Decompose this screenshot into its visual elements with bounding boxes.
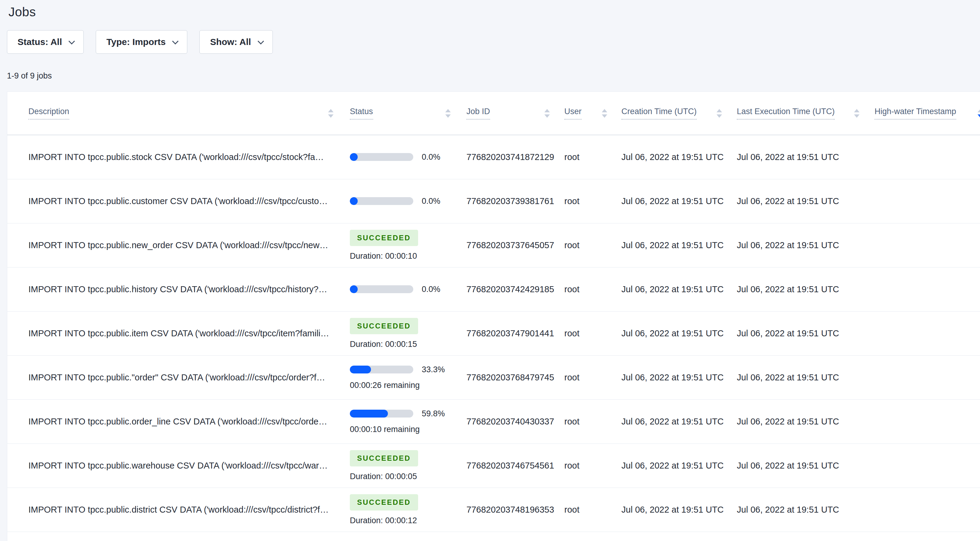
status-badge: SUCCEEDED — [350, 450, 418, 466]
job-id-cell: 776820203737645057 — [454, 223, 554, 267]
table-row[interactable]: IMPORT INTO tpcc.public."order" CSV DATA… — [7, 355, 980, 400]
time-remaining-label: 00:00:26 remaining — [350, 381, 451, 390]
status-filter-label: Status: All — [18, 37, 62, 47]
table-row[interactable]: IMPORT INTO tpcc.public.new_order CSV DA… — [7, 223, 980, 267]
last-execution-time-cell: Jul 06, 2022 at 19:51 UTC — [726, 223, 864, 267]
last-execution-time-cell: Jul 06, 2022 at 19:51 UTC — [726, 355, 864, 400]
sort-toggle[interactable] — [602, 109, 607, 118]
page-title: Jobs — [8, 5, 980, 19]
progress-fill — [350, 153, 358, 161]
last-execution-time-cell: Jul 06, 2022 at 19:51 UTC — [726, 135, 864, 179]
high-water-cell — [864, 267, 980, 311]
status-cell: SUCCEEDED Duration: 00:00:05 — [337, 444, 454, 487]
high-water-cell — [864, 179, 980, 223]
sort-asc-icon — [602, 109, 607, 112]
progress-bar: 59.8% — [350, 409, 451, 419]
table-row[interactable]: IMPORT INTO tpcc.public.order_line CSV D… — [7, 400, 980, 444]
sort-desc-icon — [854, 114, 859, 118]
creation-time-cell: Jul 06, 2022 at 19:51 UTC — [611, 400, 726, 444]
high-water-cell — [864, 311, 980, 355]
table-row[interactable]: IMPORT INTO tpcc.public.district CSV DAT… — [7, 487, 980, 531]
table-row[interactable]: IMPORT INTO tpcc.public.warehouse CSV DA… — [7, 444, 980, 487]
column-header-user-label[interactable]: User — [564, 107, 582, 119]
sort-asc-icon — [328, 109, 334, 112]
creation-time-cell: Jul 06, 2022 at 19:51 UTC — [611, 355, 726, 400]
progress-bar: 0.0% — [350, 285, 451, 294]
creation-time-cell: Jul 06, 2022 at 19:51 UTC — [611, 135, 726, 179]
job-description-link[interactable]: IMPORT INTO tpcc.public.district CSV DAT… — [29, 505, 329, 515]
sort-desc-icon — [717, 114, 722, 118]
type-filter-label: Type: Imports — [107, 37, 165, 47]
duration-label: Duration: 00:00:05 — [350, 472, 451, 481]
high-water-cell — [864, 135, 980, 179]
status-cell: SUCCEEDED Duration: 00:00:10 — [337, 223, 454, 267]
status-cell: SUCCEEDED Duration: 00:00:12 — [337, 487, 454, 531]
table-row[interactable]: IMPORT INTO tpcc.public.history CSV DATA… — [7, 267, 980, 311]
chevron-down-icon — [68, 38, 75, 44]
column-header-description: Description — [7, 92, 337, 135]
status-badge: SUCCEEDED — [350, 494, 418, 511]
column-header-user: User — [554, 92, 611, 135]
sort-toggle[interactable] — [328, 109, 334, 118]
job-description-link[interactable]: IMPORT INTO tpcc.public.customer CSV DAT… — [29, 196, 329, 206]
sort-asc-icon — [978, 109, 980, 112]
table-row[interactable]: IMPORT INTO tpcc.public.stock CSV DATA (… — [7, 135, 980, 179]
job-description-link[interactable]: IMPORT INTO tpcc.public.item CSV DATA ('… — [29, 328, 329, 338]
status-cell: 0.0% — [337, 267, 454, 311]
status-cell: 0.0% — [337, 135, 454, 179]
sort-desc-icon — [602, 114, 607, 118]
type-filter-dropdown[interactable]: Type: Imports — [96, 30, 187, 54]
column-header-description-label[interactable]: Description — [29, 107, 69, 119]
column-header-creation-time-label[interactable]: Creation Time (UTC) — [621, 107, 697, 119]
job-id-cell: 776820203742429185 — [454, 267, 554, 311]
sort-toggle[interactable] — [445, 109, 451, 118]
table-row[interactable]: IMPORT INTO tpcc.public.customer CSV DAT… — [7, 179, 980, 223]
job-description-link[interactable]: IMPORT INTO tpcc.public."order" CSV DATA… — [29, 373, 329, 382]
creation-time-cell: Jul 06, 2022 at 19:51 UTC — [611, 311, 726, 355]
column-header-creation-time: Creation Time (UTC) — [611, 92, 726, 135]
filter-bar: Status: All Type: Imports Show: All — [7, 30, 980, 54]
status-cell: SUCCEEDED Duration: 00:00:15 — [337, 311, 454, 355]
status-badge: SUCCEEDED — [350, 230, 418, 246]
creation-time-cell: Jul 06, 2022 at 19:51 UTC — [611, 267, 726, 311]
sort-desc-icon — [445, 114, 451, 118]
table-row[interactable]: IMPORT INTO tpcc.public.item CSV DATA ('… — [7, 311, 980, 355]
high-water-cell — [864, 400, 980, 444]
job-description-link[interactable]: IMPORT INTO tpcc.public.order_line CSV D… — [29, 417, 329, 427]
job-description-link[interactable]: IMPORT INTO tpcc.public.stock CSV DATA (… — [29, 152, 329, 162]
column-header-high-water-timestamp: High-water Timestamp — [864, 92, 980, 135]
column-header-job-id: Job ID — [454, 92, 554, 135]
job-description-link[interactable]: IMPORT INTO tpcc.public.warehouse CSV DA… — [29, 461, 329, 471]
last-execution-time-cell: Jul 06, 2022 at 19:51 UTC — [726, 400, 864, 444]
job-description-link[interactable]: IMPORT INTO tpcc.public.new_order CSV DA… — [29, 240, 329, 250]
sort-toggle[interactable] — [978, 109, 980, 118]
user-cell: root — [554, 179, 611, 223]
sort-asc-icon — [445, 109, 451, 112]
job-description-link[interactable]: IMPORT INTO tpcc.public.history CSV DATA… — [29, 284, 329, 294]
chevron-down-icon — [172, 38, 178, 44]
user-cell: root — [554, 135, 611, 179]
status-filter-dropdown[interactable]: Status: All — [7, 30, 84, 54]
column-header-last-execution-time-label[interactable]: Last Execution Time (UTC) — [737, 107, 835, 119]
user-cell: root — [554, 311, 611, 355]
high-water-cell — [864, 444, 980, 487]
progress-track — [350, 285, 413, 293]
sort-desc-icon — [544, 114, 550, 118]
sort-toggle[interactable] — [544, 109, 550, 118]
column-header-status-label[interactable]: Status — [350, 107, 373, 119]
progress-percent-label: 33.3% — [422, 365, 445, 374]
progress-bar: 33.3% — [350, 365, 451, 374]
user-cell: root — [554, 487, 611, 531]
progress-fill — [350, 410, 388, 417]
duration-label: Duration: 00:00:12 — [350, 516, 451, 525]
column-header-job-id-label[interactable]: Job ID — [466, 107, 490, 119]
progress-percent-label: 59.8% — [422, 409, 445, 419]
sort-toggle[interactable] — [854, 109, 859, 118]
job-id-cell: 776820203746754561 — [454, 444, 554, 487]
sort-toggle[interactable] — [717, 109, 722, 118]
progress-track — [350, 197, 413, 205]
jobs-page: Jobs Status: All Type: Imports Show: All… — [0, 0, 980, 541]
show-filter-dropdown[interactable]: Show: All — [199, 30, 273, 54]
column-header-high-water-timestamp-label[interactable]: High-water Timestamp — [875, 107, 956, 119]
creation-time-cell: Jul 06, 2022 at 19:51 UTC — [611, 223, 726, 267]
